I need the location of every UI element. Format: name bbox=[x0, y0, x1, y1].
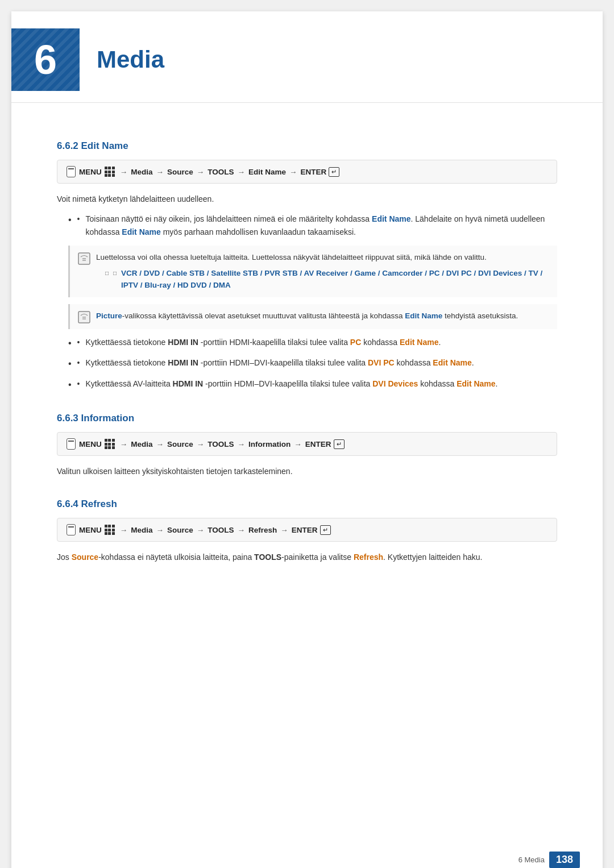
nav-media: Media bbox=[131, 168, 152, 176]
section-662-heading: 6.6.2 Edit Name bbox=[57, 140, 557, 152]
bullet-marker-4: • bbox=[77, 377, 80, 391]
section-663: 6.6.3 Information MENU → Media → Source … bbox=[57, 413, 557, 478]
nav-path-663: MENU → Media → Source → TOOLS → Informat… bbox=[57, 432, 557, 456]
hdmi-in-3: HDMI IN bbox=[173, 379, 204, 388]
nav-source-664: Source bbox=[167, 526, 193, 534]
arrow-663-5: → bbox=[294, 440, 302, 448]
edit-name-ref-4: Edit Name bbox=[400, 338, 438, 347]
arrow-663-4: → bbox=[238, 440, 246, 448]
pc-ref: PC bbox=[350, 338, 361, 347]
arrow-663-3: → bbox=[197, 440, 205, 448]
section-664: 6.6.4 Refresh MENU → Media → Source → TO… bbox=[57, 499, 557, 564]
body-text-663: Valitun ulkoisen laitteen yksityiskohtai… bbox=[57, 465, 557, 478]
bullet-marker-3: • bbox=[77, 356, 80, 369]
arrow-3: → bbox=[197, 168, 205, 176]
footer: 6 Media 138 bbox=[518, 852, 580, 868]
section-663-heading: 6.6.3 Information bbox=[57, 413, 557, 424]
bullet-item-2: • Kytkettäessä tietokone HDMI IN -portti… bbox=[68, 336, 557, 351]
sublist-item-1: □ VCR / DVD / Cable STB / Satellite STB … bbox=[96, 267, 549, 292]
nav-source-662: Source bbox=[167, 168, 193, 176]
sublist-1: □ VCR / DVD / Cable STB / Satellite STB … bbox=[96, 267, 549, 292]
grid-icon-664 bbox=[105, 525, 115, 535]
grid-icon bbox=[105, 167, 115, 177]
dvi-devices-ref: DVI Devices bbox=[372, 379, 418, 388]
bullet-item-4: • Kytkettäessä AV-laitteita HDMI IN -por… bbox=[68, 377, 557, 392]
arrow-663-1: → bbox=[120, 440, 128, 448]
edit-name-ref-2: Edit Name bbox=[122, 227, 160, 236]
page: 6 Media 6.6.2 Edit Name MENU → Media bbox=[11, 11, 603, 868]
nav-enter-662: ENTER bbox=[301, 168, 327, 176]
arrow-4: → bbox=[238, 168, 246, 176]
nav-enter-664: ENTER bbox=[292, 526, 318, 534]
arrow-664-1: → bbox=[120, 526, 128, 534]
arrow-664-5: → bbox=[280, 526, 288, 534]
bullet-list-662b: • Kytkettäessä tietokone HDMI IN -portti… bbox=[57, 336, 557, 392]
nav-path-662: MENU → Media → Source → TOOLS → Edit Nam… bbox=[57, 160, 557, 184]
nav-media-663: Media bbox=[131, 440, 152, 448]
nav-tools-663: TOOLS bbox=[208, 440, 234, 448]
arrow-663-2: → bbox=[156, 440, 164, 448]
edit-name-ref-1: Edit Name bbox=[372, 214, 410, 223]
nav-editname: Edit Name bbox=[248, 168, 286, 176]
tools-ref-664: TOOLS bbox=[254, 553, 281, 562]
edit-name-ref-3: Edit Name bbox=[405, 312, 442, 320]
note-box-1: Luettelossa voi olla ohessa lueteltuja l… bbox=[68, 246, 557, 297]
arrow-664-2: → bbox=[156, 526, 164, 534]
source-ref-664: Source bbox=[72, 553, 98, 562]
bullet-text-4: Kytkettäessä AV-laitteita HDMI IN -portt… bbox=[86, 377, 498, 391]
remote-icon bbox=[67, 166, 76, 177]
bullet-marker-2: • bbox=[77, 336, 80, 349]
nav-media-664: Media bbox=[131, 526, 152, 534]
nav-tools-664: TOOLS bbox=[208, 526, 234, 534]
device-list: VCR / DVD / Cable STB / Satellite STB / … bbox=[121, 267, 549, 292]
nav-information: Information bbox=[248, 440, 291, 448]
chapter-header: 6 Media bbox=[11, 11, 603, 103]
nav-menu-664: MENU bbox=[79, 526, 102, 534]
bullet-text-2: Kytkettäessä tietokone HDMI IN -porttiin… bbox=[86, 336, 441, 349]
chapter-number: 6 bbox=[11, 28, 80, 91]
remote-icon-664 bbox=[67, 524, 76, 535]
note-icon-2 bbox=[78, 311, 90, 323]
note-content-1: Luettelossa voi olla ohessa lueteltuja l… bbox=[96, 251, 549, 292]
edit-name-ref-6: Edit Name bbox=[457, 379, 495, 388]
edit-name-ref-5: Edit Name bbox=[433, 358, 471, 367]
arrow-5: → bbox=[289, 168, 297, 176]
section-662: 6.6.2 Edit Name MENU → Media → Source → … bbox=[57, 140, 557, 392]
note-icon-1 bbox=[78, 252, 90, 265]
enter-icon-662: ↵ bbox=[329, 167, 339, 177]
grid-icon-663 bbox=[105, 439, 115, 449]
bullet-text-3: Kytkettäessä tietokone HDMI IN -porttiin… bbox=[86, 356, 474, 369]
enter-icon-663: ↵ bbox=[334, 439, 345, 449]
bullet-item-3: • Kytkettäessä tietokone HDMI IN -portti… bbox=[68, 356, 557, 371]
note-box-2: Picture-valikossa käytettävissä olevat a… bbox=[68, 304, 557, 329]
arrow-664-3: → bbox=[197, 526, 205, 534]
arrow-664-4: → bbox=[238, 526, 246, 534]
bullet-list-662: • Toisinaan näyttö ei näy oikein, jos lä… bbox=[57, 213, 557, 239]
hdmi-in-2: HDMI IN bbox=[168, 358, 198, 367]
note-content-2: Picture-valikossa käytettävissä olevat a… bbox=[96, 310, 549, 322]
footer-page-number: 138 bbox=[549, 852, 580, 868]
enter-icon-664: ↵ bbox=[320, 525, 331, 535]
body-text-664: Jos Source-kohdassa ei näytetä ulkoisia … bbox=[57, 551, 557, 564]
nav-refresh: Refresh bbox=[248, 526, 277, 534]
bullet-marker-1: • bbox=[77, 213, 80, 226]
arrow-1: → bbox=[120, 168, 128, 176]
arrow-2: → bbox=[156, 168, 164, 176]
nav-menu-label: MENU bbox=[79, 168, 102, 176]
main-content: 6.6.2 Edit Name MENU → Media → Source → … bbox=[11, 114, 603, 605]
dvi-pc-ref: DVI PC bbox=[368, 358, 395, 367]
nav-enter-663: ENTER bbox=[305, 440, 331, 448]
note-text-1: Luettelossa voi olla ohessa lueteltuja l… bbox=[96, 253, 487, 261]
nav-tools-662: TOOLS bbox=[208, 168, 234, 176]
bullet-text-1: Toisinaan näyttö ei näy oikein, jos lähd… bbox=[86, 213, 557, 239]
remote-icon-663 bbox=[67, 438, 76, 450]
nav-menu-663: MENU bbox=[79, 440, 102, 448]
footer-chapter-label: 6 Media bbox=[518, 855, 545, 864]
nav-path-664: MENU → Media → Source → TOOLS → Refresh … bbox=[57, 518, 557, 542]
note-text-2: Picture-valikossa käytettävissä olevat a… bbox=[96, 312, 518, 320]
picture-ref: Picture bbox=[96, 312, 122, 320]
chapter-title: Media bbox=[97, 47, 164, 73]
section-664-heading: 6.6.4 Refresh bbox=[57, 499, 557, 510]
nav-source-663: Source bbox=[167, 440, 193, 448]
intro-text-662: Voit nimetä kytketyn lähdelaitteen uudel… bbox=[57, 193, 557, 206]
